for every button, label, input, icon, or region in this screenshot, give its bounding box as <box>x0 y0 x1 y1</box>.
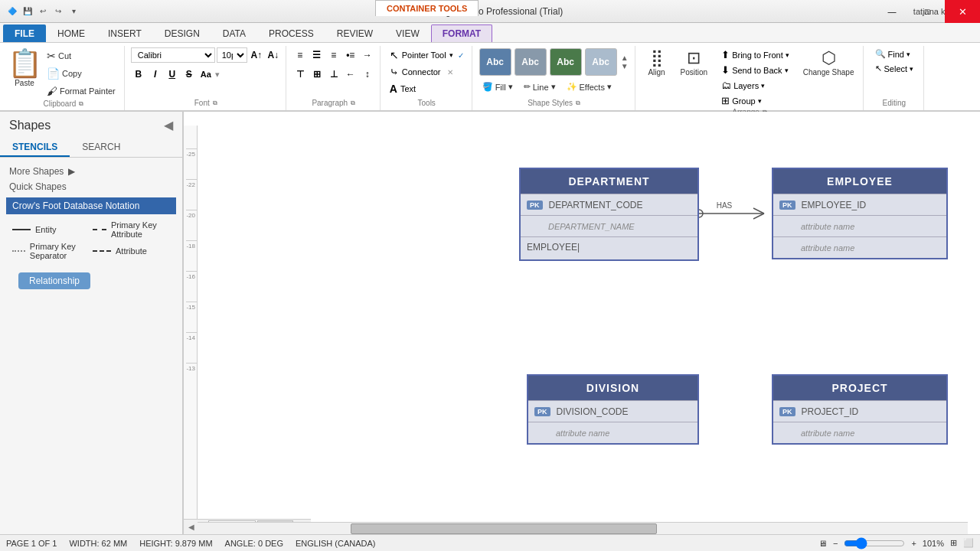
minimize-button[interactable]: — <box>874 0 910 23</box>
quick-access-save[interactable]: 💾 <box>21 5 34 18</box>
fit-page-button[interactable]: ⊞ <box>950 538 957 548</box>
canvas-area[interactable]: HAS DEPARTMENT PK DEPARTMENT_CODE DEPART… <box>184 112 980 534</box>
text-tool-button[interactable]: A Text <box>387 81 419 96</box>
page-tab-prev[interactable]: ◀ <box>187 521 196 533</box>
shape-styles-expand-icon[interactable]: ⧉ <box>576 99 580 107</box>
italic-button[interactable]: I <box>148 67 163 82</box>
fill-button[interactable]: 🪣 Fill ▾ <box>479 80 517 94</box>
shape-style-1[interactable]: Abc <box>479 48 511 76</box>
paste-button[interactable]: 📋 Paste <box>8 47 41 90</box>
select-dropdown[interactable]: ▾ <box>910 65 913 73</box>
bring-to-front-button[interactable]: ⬆ Bring to Front ▾ <box>716 47 795 62</box>
align-button[interactable]: ⣿ Align <box>642 47 672 79</box>
entity-project[interactable]: PROJECT PK PROJECT_ID attribute name <box>772 374 948 445</box>
group-dropdown[interactable]: ▾ <box>758 97 762 105</box>
copy-button[interactable]: 📄 Copy <box>43 65 119 82</box>
container-tools-tab[interactable]: CONTAINER TOOLS <box>375 0 479 16</box>
bring-to-front-dropdown[interactable]: ▾ <box>786 51 789 59</box>
shape-styles-scroll[interactable]: ▲▼ <box>619 52 630 72</box>
fill-dropdown[interactable]: ▾ <box>508 82 513 92</box>
paragraph-spacing-button[interactable]: ↕ <box>360 67 375 82</box>
shape-style-4[interactable]: Abc <box>585 48 617 76</box>
indent-more-button[interactable]: → <box>360 47 375 63</box>
tab-data[interactable]: DATA <box>211 24 257 42</box>
find-dropdown[interactable]: ▾ <box>906 51 910 58</box>
quick-access-undo[interactable]: ↩ <box>37 5 49 18</box>
quick-access-redo[interactable]: ↪ <box>52 5 64 18</box>
h-scrollbar-thumb[interactable] <box>351 523 657 534</box>
select-button[interactable]: ↖ Select ▾ <box>870 62 920 75</box>
pointer-tool-button[interactable]: ↖ Pointer Tool ▾ ✓ <box>387 47 467 63</box>
sidebar-collapse-button[interactable]: ◀ <box>164 118 173 132</box>
effects-button[interactable]: ✨ Effects ▾ <box>563 80 616 94</box>
tab-insert[interactable]: INSERT <box>96 24 153 42</box>
shape-style-3[interactable]: Abc <box>550 48 582 76</box>
position-button[interactable]: ⊡ Position <box>677 47 712 79</box>
tab-format[interactable]: FORMAT <box>431 24 492 42</box>
quick-shapes-item[interactable]: Quick Shapes <box>6 179 176 194</box>
fit-width-button[interactable]: ⬜ <box>963 538 974 548</box>
bullets-button[interactable]: •≡ <box>343 47 358 63</box>
group-button[interactable]: ⊞ Group ▾ <box>716 93 795 108</box>
drawing-canvas[interactable]: HAS DEPARTMENT PK DEPARTMENT_CODE DEPART… <box>198 126 980 534</box>
font-family-select[interactable]: Calibri <box>131 47 215 63</box>
middle-align-button[interactable]: ⊞ <box>309 67 325 82</box>
zoom-slider[interactable] <box>844 540 905 547</box>
strikethrough-button[interactable]: S <box>181 67 197 82</box>
tab-file[interactable]: FILE <box>3 24 46 42</box>
layers-button[interactable]: 🗂 Layers ▾ <box>716 78 795 93</box>
underline-button[interactable]: U <box>165 67 180 82</box>
maximize-button[interactable]: □ <box>910 0 945 23</box>
format-painter-button[interactable]: 🖌 Format Painter <box>43 83 119 99</box>
paragraph-expand-icon[interactable]: ⧉ <box>351 99 355 107</box>
clipboard-expand-icon[interactable]: ⧉ <box>79 100 83 108</box>
tab-stencils[interactable]: STENCILS <box>0 139 70 157</box>
crows-foot-header[interactable]: Crow's Foot Database Notation <box>6 197 176 214</box>
align-center-button[interactable]: ☰ <box>309 47 325 63</box>
shape-style-2[interactable]: Abc <box>514 48 547 76</box>
effects-dropdown[interactable]: ▾ <box>607 82 612 92</box>
layers-dropdown[interactable]: ▾ <box>761 82 765 90</box>
relationship-button[interactable]: Relationship <box>18 272 90 289</box>
tab-home[interactable]: HOME <box>46 24 96 42</box>
decrease-font-button[interactable]: A↓ <box>266 47 281 63</box>
line-dropdown[interactable]: ▾ <box>551 82 556 92</box>
cut-button[interactable]: ✂ Cut <box>43 47 119 64</box>
tab-search[interactable]: SEARCH <box>70 139 132 157</box>
entity-division[interactable]: DIVISION PK DIVISION_CODE attribute name <box>527 374 699 445</box>
quick-access-more[interactable]: ▾ <box>67 5 80 18</box>
tab-design[interactable]: DESIGN <box>153 24 211 42</box>
entity-employee-row-2: attribute name <box>773 215 946 236</box>
increase-font-button[interactable]: A↑ <box>249 47 264 63</box>
tab-view[interactable]: VIEW <box>384 24 431 42</box>
zoom-out-button[interactable]: − <box>833 539 838 548</box>
h-scrollbar[interactable] <box>198 522 968 534</box>
font-color-dropdown[interactable]: ▾ <box>215 70 220 80</box>
tab-review[interactable]: REVIEW <box>325 24 384 42</box>
bold-button[interactable]: B <box>131 67 146 82</box>
entity-employee[interactable]: EMPLOYEE PK EMPLOYEE_ID attribute name a… <box>772 168 948 259</box>
more-shapes-item[interactable]: More Shapes ▶ <box>6 164 176 179</box>
connector-tool-button[interactable]: ⤷ Connector ✕ <box>387 64 456 80</box>
align-left-button[interactable]: ≡ <box>292 47 308 63</box>
entity-department[interactable]: DEPARTMENT PK DEPARTMENT_CODE DEPARTMENT… <box>519 168 699 261</box>
line-button[interactable]: ✏ Line ▾ <box>520 80 560 94</box>
pointer-dropdown[interactable]: ▾ <box>449 51 453 59</box>
font-expand-icon[interactable]: ⧉ <box>213 99 217 107</box>
send-to-back-icon: ⬇ <box>721 64 730 76</box>
top-align-button[interactable]: ⊤ <box>292 67 308 82</box>
entity-department-footer[interactable]: EMPLOYEE| <box>521 236 697 259</box>
indent-less-button[interactable]: ← <box>343 67 358 82</box>
send-to-back-button[interactable]: ⬇ Send to Back ▾ <box>716 63 795 77</box>
connector-close[interactable]: ✕ <box>447 68 453 77</box>
change-shape-button[interactable]: ⬡ Change Shape <box>799 47 858 79</box>
zoom-in-button[interactable]: + <box>911 539 916 548</box>
find-button[interactable]: 🔍 Find ▾ <box>870 47 916 60</box>
font-color-button[interactable]: Aa <box>198 67 214 82</box>
font-size-select[interactable]: 10pt <box>217 47 247 63</box>
bottom-align-button[interactable]: ⊥ <box>326 67 341 82</box>
close-button[interactable]: ✕ <box>945 0 980 23</box>
tab-process[interactable]: PROCESS <box>257 24 325 42</box>
send-to-back-dropdown[interactable]: ▾ <box>785 67 789 74</box>
align-right-button[interactable]: ≡ <box>326 47 341 63</box>
